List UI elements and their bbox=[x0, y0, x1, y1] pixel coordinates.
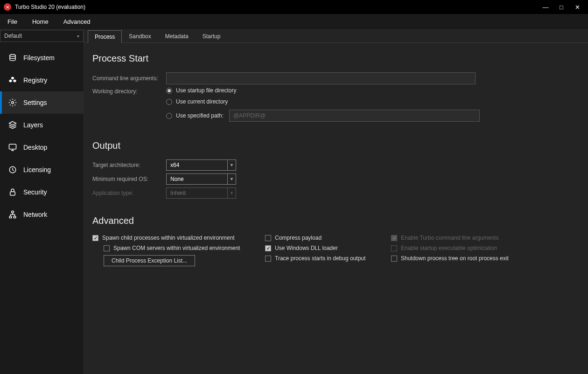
radio-specified-path-label: Use specified path: bbox=[176, 112, 224, 119]
maximize-button[interactable]: □ bbox=[558, 4, 565, 10]
monitor-icon bbox=[8, 143, 17, 152]
close-button[interactable]: ✕ bbox=[574, 4, 581, 10]
sidebar-item-filesystem[interactable]: Filesystem bbox=[0, 47, 84, 69]
check-shutdown-label: Shutdown process tree on root process ex… bbox=[401, 255, 509, 262]
sidebar-item-network[interactable]: Network bbox=[0, 203, 84, 226]
section-advanced: Advanced bbox=[92, 215, 588, 226]
menu-home[interactable]: Home bbox=[32, 18, 49, 25]
tab-startup[interactable]: Startup bbox=[196, 30, 228, 42]
radio-specified-path[interactable] bbox=[166, 113, 172, 119]
window-title: Turbo Studio 20 (evaluation) bbox=[15, 4, 542, 10]
gear-icon bbox=[8, 98, 17, 107]
check-compress-label: Compress payload bbox=[275, 235, 322, 241]
sidebar-item-label: Desktop bbox=[23, 144, 47, 151]
radio-startup-dir[interactable] bbox=[166, 88, 172, 94]
layers-icon bbox=[8, 121, 17, 129]
app-icon: ✕ bbox=[4, 3, 11, 11]
os-label: Minimum required OS: bbox=[92, 176, 166, 182]
sidebar-item-label: Layers bbox=[23, 121, 43, 129]
sidebar-item-settings[interactable]: Settings bbox=[0, 91, 84, 114]
menu-file[interactable]: File bbox=[7, 18, 17, 25]
svg-rect-8 bbox=[12, 211, 14, 213]
arch-label: Target architecture: bbox=[92, 162, 166, 168]
section-process-start: Process Start bbox=[92, 53, 588, 64]
svg-rect-7 bbox=[10, 192, 15, 195]
sidebar-item-registry[interactable]: Registry bbox=[0, 69, 84, 91]
tab-sandbox[interactable]: Sandbox bbox=[122, 30, 158, 42]
check-enable-cmdline bbox=[391, 235, 397, 241]
minimize-button[interactable]: — bbox=[542, 4, 549, 10]
sidebar-item-licensing[interactable]: Licensing bbox=[0, 159, 84, 181]
sidebar: Default Filesystem Registry Settings Lay… bbox=[0, 30, 84, 374]
check-trace[interactable] bbox=[265, 256, 271, 262]
content-area: Process Sandbox Metadata Startup Process… bbox=[84, 30, 588, 374]
sidebar-item-security[interactable]: Security bbox=[0, 181, 84, 203]
radio-current-dir[interactable] bbox=[166, 99, 172, 105]
specified-path-input[interactable] bbox=[229, 110, 480, 122]
check-trace-label: Trace process starts in debug output bbox=[275, 255, 365, 262]
apptype-label: Application type: bbox=[92, 190, 166, 196]
tab-bar: Process Sandbox Metadata Startup bbox=[84, 30, 588, 43]
apptype-select: Inherit▼ bbox=[166, 187, 236, 199]
tab-metadata[interactable]: Metadata bbox=[158, 30, 196, 42]
check-spawn-child-label: Spawn child processes within virtualized… bbox=[102, 235, 234, 241]
check-dll-loader-label: Use Windows DLL loader bbox=[275, 245, 338, 251]
radio-current-dir-label: Use current directory bbox=[176, 98, 228, 105]
menubar: File Home Advanced bbox=[0, 14, 588, 30]
sidebar-item-label: Settings bbox=[23, 99, 47, 106]
svg-marker-2 bbox=[9, 122, 16, 125]
workdir-label: Working directory: bbox=[92, 87, 166, 95]
sidebar-item-desktop[interactable]: Desktop bbox=[0, 136, 84, 159]
sidebar-item-layers[interactable]: Layers bbox=[0, 114, 84, 136]
network-icon bbox=[8, 210, 17, 219]
check-spawn-com[interactable] bbox=[104, 245, 110, 251]
cubes-icon bbox=[8, 76, 17, 84]
arch-select[interactable]: x64▼ bbox=[166, 159, 236, 171]
chevron-down-icon: ▼ bbox=[227, 174, 236, 184]
svg-rect-3 bbox=[9, 144, 16, 149]
titlebar: ✕ Turbo Studio 20 (evaluation) — □ ✕ bbox=[0, 0, 588, 14]
tab-process[interactable]: Process bbox=[88, 30, 122, 43]
check-compress[interactable] bbox=[265, 235, 271, 241]
chevron-down-icon: ▼ bbox=[227, 188, 236, 198]
sidebar-item-label: Security bbox=[23, 188, 47, 196]
section-output: Output bbox=[92, 140, 588, 151]
database-icon bbox=[8, 54, 17, 62]
sidebar-item-label: Network bbox=[23, 211, 47, 218]
chevron-down-icon: ▼ bbox=[227, 160, 236, 170]
project-selector[interactable]: Default bbox=[0, 30, 84, 42]
svg-rect-9 bbox=[9, 216, 12, 218]
sidebar-item-label: Licensing bbox=[23, 166, 51, 173]
svg-point-1 bbox=[12, 102, 14, 104]
check-spawn-child[interactable] bbox=[92, 235, 98, 241]
check-shutdown[interactable] bbox=[391, 256, 397, 262]
lock-icon bbox=[8, 188, 17, 196]
check-enable-opt bbox=[391, 245, 397, 251]
clock-icon bbox=[8, 166, 17, 174]
check-enable-opt-label: Enable startup executable optimization bbox=[401, 245, 497, 251]
radio-startup-dir-label: Use startup file directory bbox=[176, 87, 236, 94]
cmd-args-label: Command line arguments: bbox=[92, 75, 166, 82]
menu-advanced[interactable]: Advanced bbox=[63, 18, 91, 25]
check-dll-loader[interactable] bbox=[265, 245, 271, 251]
os-select[interactable]: None▼ bbox=[166, 173, 236, 185]
cmd-args-input[interactable] bbox=[166, 72, 476, 84]
sidebar-item-label: Filesystem bbox=[23, 54, 55, 62]
check-enable-cmdline-label: Enable Turbo command line arguments bbox=[401, 235, 498, 241]
sidebar-item-label: Registry bbox=[23, 76, 47, 84]
check-spawn-com-label: Spawn COM servers within virtualized env… bbox=[113, 245, 240, 251]
svg-point-0 bbox=[10, 55, 15, 57]
child-exception-button[interactable]: Child Process Exception List... bbox=[104, 255, 195, 266]
svg-rect-10 bbox=[14, 216, 16, 218]
